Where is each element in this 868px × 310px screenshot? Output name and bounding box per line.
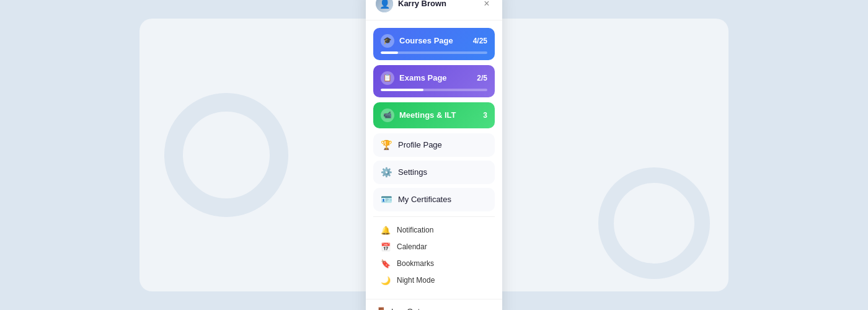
certificates-label: My Certificates xyxy=(398,195,451,204)
notification-label: Notification xyxy=(397,226,433,234)
exams-progress-fill xyxy=(381,89,423,91)
settings-item[interactable]: ⚙️ Settings xyxy=(373,161,495,184)
meetings-header: 📹 Meetings & ILT 3 xyxy=(381,108,487,122)
exams-header: 📋 Exams Page 2/5 xyxy=(381,71,487,85)
courses-left: 🎓 Courses Page xyxy=(381,34,453,48)
courses-title: Courses Page xyxy=(399,36,453,45)
meetings-title: Meetings & ILT xyxy=(399,110,456,120)
calendar-label: Calendar xyxy=(397,242,427,251)
background-card: Karry Brown × 🎓 Courses Page 4/25 xyxy=(140,19,728,291)
profile-icon: 🏆 xyxy=(381,140,392,151)
meetings-left: 📹 Meetings & ILT xyxy=(381,108,456,122)
logout-icon: 🚪 xyxy=(376,307,386,311)
popup-body: 🎓 Courses Page 4/25 📋 Exams Page 2/5 xyxy=(366,20,502,299)
calendar-item[interactable]: 📅 Calendar xyxy=(373,239,495,255)
notification-item[interactable]: 🔔 Notification xyxy=(373,222,495,239)
certificates-item[interactable]: 🪪 My Certificates xyxy=(373,188,495,211)
night-mode-label: Night Mode xyxy=(397,276,435,285)
bookmarks-icon: 🔖 xyxy=(381,259,391,268)
decorative-circle-left xyxy=(164,93,288,217)
meetings-badge: 3 xyxy=(483,111,487,120)
big-menu-section: 🏆 Profile Page ⚙️ Settings 🪪 My Certific… xyxy=(373,133,495,211)
courses-progress-track xyxy=(381,51,487,54)
bookmarks-label: Bookmarks xyxy=(397,259,434,268)
courses-icon: 🎓 xyxy=(381,34,394,48)
meetings-icon: 📹 xyxy=(381,108,394,122)
exams-title: Exams Page xyxy=(399,73,447,82)
user-popup: Karry Brown × 🎓 Courses Page 4/25 xyxy=(366,0,502,310)
avatar xyxy=(376,0,393,12)
exams-progress-track xyxy=(381,89,487,91)
user-info: Karry Brown xyxy=(376,0,446,12)
meetings-card[interactable]: 📹 Meetings & ILT 3 xyxy=(373,102,495,128)
night-mode-icon: 🌙 xyxy=(381,276,391,285)
user-name: Karry Brown xyxy=(398,0,446,8)
logout-section[interactable]: 🚪 Log Out xyxy=(366,299,502,311)
popup-header: Karry Brown × xyxy=(366,0,502,20)
settings-icon: ⚙️ xyxy=(381,167,392,178)
notification-icon: 🔔 xyxy=(381,226,391,235)
calendar-icon: 📅 xyxy=(381,242,391,252)
small-menu-section: 🔔 Notification 📅 Calendar 🔖 Bookmarks 🌙 … xyxy=(373,222,495,289)
courses-header: 🎓 Courses Page 4/25 xyxy=(381,34,487,48)
exams-left: 📋 Exams Page xyxy=(381,71,447,85)
exams-badge: 2/5 xyxy=(477,74,487,82)
menu-divider xyxy=(373,216,495,217)
night-mode-item[interactable]: 🌙 Night Mode xyxy=(373,272,495,289)
decorative-circle-right xyxy=(598,167,710,279)
exams-card[interactable]: 📋 Exams Page 2/5 xyxy=(373,65,495,97)
courses-card[interactable]: 🎓 Courses Page 4/25 xyxy=(373,28,495,60)
close-button[interactable]: × xyxy=(481,0,492,9)
courses-badge: 4/25 xyxy=(473,37,487,45)
certificates-icon: 🪪 xyxy=(381,194,392,205)
courses-progress-fill xyxy=(381,51,398,54)
profile-label: Profile Page xyxy=(398,140,442,149)
exams-icon: 📋 xyxy=(381,71,394,85)
bookmarks-item[interactable]: 🔖 Bookmarks xyxy=(373,255,495,272)
logout-label: Log Out xyxy=(391,307,420,310)
profile-page-item[interactable]: 🏆 Profile Page xyxy=(373,133,495,157)
settings-label: Settings xyxy=(398,167,427,177)
